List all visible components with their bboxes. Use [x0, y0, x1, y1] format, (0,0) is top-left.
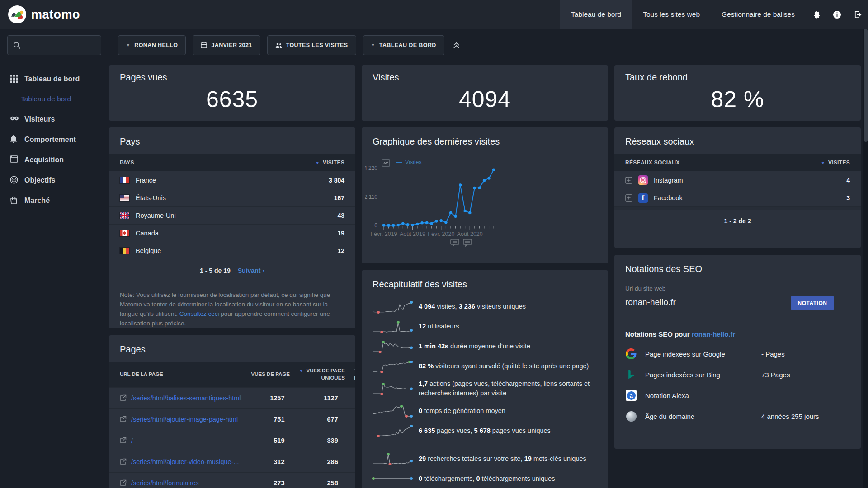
top-nav-tab[interactable]: Tableau de bord	[560, 0, 632, 29]
recap-text: 12 utilisateurs	[419, 322, 459, 331]
country-row[interactable]: Royaume-Uni43	[109, 206, 355, 224]
countries-column-label: PAYS	[120, 160, 134, 166]
page-row: /51933948 %	[109, 430, 355, 451]
sidebar-item-comportement[interactable]: Comportement	[0, 129, 108, 150]
country-visits: 19	[337, 230, 344, 237]
pages-column-views[interactable]: VUES DE PAGE	[250, 371, 290, 378]
sparkline-chart[interactable]	[372, 471, 413, 486]
sparkline-chart[interactable]	[372, 319, 413, 334]
page-url-link[interactable]: /series/html/ajouter-video-musique-...	[131, 458, 239, 465]
country-name: États-Unis	[136, 194, 166, 202]
seo-subtitle-link[interactable]: ronan-hello.fr	[692, 330, 736, 338]
flag-be-icon	[120, 248, 129, 254]
kpi-card-visites: Visites 4094	[362, 65, 608, 121]
annotation-add-bubble-icon[interactable]	[463, 239, 472, 247]
page-url-link[interactable]: /series/html/formulaires	[131, 479, 199, 487]
behaviour-icon	[10, 135, 19, 144]
sparkline-chart[interactable]	[372, 423, 413, 438]
pagination-next-link[interactable]: Suivant ›	[238, 267, 264, 274]
sidebar-item-march-[interactable]: Marché	[0, 190, 108, 211]
vertical-scrollbar[interactable]	[863, 0, 868, 488]
page-url-link[interactable]: /	[131, 437, 133, 444]
page-views: 1257	[246, 394, 284, 402]
notation-button[interactable]: NOTATION	[791, 296, 834, 310]
sidebar-item-tableau-de-bord[interactable]: Tableau de bord	[0, 69, 108, 89]
country-row[interactable]: Canada19	[109, 224, 355, 242]
social-row[interactable]: Instagram4	[614, 171, 861, 189]
sidebar-item-acquisition[interactable]: Acquisition	[0, 150, 108, 170]
pages-table-body: /series/html/balises-semantiques-html125…	[109, 387, 355, 488]
pages-column-bounce[interactable]: TAUX DE REBOND	[345, 367, 355, 381]
settings-button[interactable]	[806, 0, 826, 29]
country-row[interactable]: France3 804	[109, 171, 355, 189]
sidebar-item-label: Comportement	[24, 136, 76, 144]
dashboard-selector-label: TABLEAU DE BORD	[379, 42, 436, 48]
visitors-icon	[10, 115, 19, 123]
sidebar-item-objectifs[interactable]: Objectifs	[0, 170, 108, 190]
collapse-toolbar-button[interactable]	[453, 42, 460, 49]
site-selector[interactable]: ▼ RONAN HELLO	[118, 35, 186, 55]
external-link-icon[interactable]	[120, 416, 127, 422]
dashboard-selector[interactable]: ▼ TABLEAU DE BORD	[363, 35, 444, 55]
social-visits: 4	[846, 177, 850, 184]
dashboard-toolbar: ▼ RONAN HELLO JANVIER 2021 TOUTES LES VI…	[7, 35, 460, 55]
social-row[interactable]: fFacebook3	[614, 189, 861, 206]
seo-rows: Page indexées sur Google- PagesPages ind…	[614, 343, 861, 427]
sidebar-item-tableau-de-bord[interactable]: Tableau de bord	[0, 89, 108, 109]
logout-button[interactable]	[847, 0, 868, 29]
external-link-icon[interactable]	[120, 437, 127, 444]
expand-row-icon[interactable]	[625, 177, 632, 184]
search-input[interactable]	[7, 35, 101, 55]
external-link-icon[interactable]	[120, 479, 127, 486]
country-visits: 12	[337, 247, 344, 254]
page-url-link[interactable]: /series/html/ajouter-image-page-html	[131, 416, 238, 423]
sidebar-item-visiteurs[interactable]: Visiteurs	[0, 109, 108, 129]
sparkline-chart[interactable]	[372, 339, 413, 354]
segment-selector[interactable]: TOUTES LES VISITES	[267, 35, 356, 55]
expand-row-icon[interactable]	[625, 194, 632, 202]
annotation-bubble-icon[interactable]	[450, 239, 459, 247]
countries-metric-sort[interactable]: ▼VISITES	[316, 160, 344, 166]
recap-text: 0 temps de génération moyen	[419, 406, 505, 416]
website-url-input[interactable]: ronan-hello.fr	[625, 295, 781, 314]
social-network-name: Facebook	[654, 194, 683, 202]
info-icon	[833, 10, 841, 19]
social-metric-sort[interactable]: ▼VISITES	[821, 160, 850, 166]
pages-card: Pages URL DE LA PAGE VUES DE PAGE ▼VUES …	[109, 335, 355, 488]
country-row[interactable]: États-Unis167	[109, 189, 355, 206]
sparkline-chart[interactable]	[372, 381, 413, 396]
top-nav-tab[interactable]: Gestionnaire de balises	[711, 0, 806, 29]
period-selector[interactable]: JANVIER 2021	[193, 35, 260, 55]
info-button[interactable]	[826, 0, 847, 29]
external-link-icon[interactable]	[120, 458, 127, 465]
pages-table-header: URL DE LA PAGE VUES DE PAGE ▼VUES DE PAG…	[109, 362, 355, 387]
visits-overview-card: Récapitulatif des visites 4 094 visites,…	[362, 270, 608, 488]
country-name: Royaume-Uni	[136, 212, 176, 219]
pages-table: URL DE LA PAGE VUES DE PAGE ▼VUES DE PAG…	[109, 362, 355, 488]
countries-card-title: Pays	[109, 127, 355, 154]
pages-card-title: Pages	[109, 335, 355, 362]
country-row[interactable]: Belgique12	[109, 242, 355, 259]
recap-row: 82 % visiteurs ayant survolé (quitté le …	[362, 357, 608, 376]
matomo-brand[interactable]: matomo	[0, 0, 80, 29]
sparkline-chart[interactable]	[372, 404, 413, 418]
sparkline-chart[interactable]	[372, 451, 413, 466]
page-views: 273	[246, 479, 284, 487]
sort-desc-icon: ▼	[316, 161, 320, 165]
top-nav-tab[interactable]: Tous les sites web	[632, 0, 711, 29]
pages-column-unique-views[interactable]: ▼VUES DE PAGE UNIQUES	[290, 367, 345, 381]
page-row: /series/html/ajouter-image-page-html7516…	[109, 408, 355, 430]
pages-column-url[interactable]: URL DE LA PAGE	[109, 371, 250, 378]
note-link[interactable]: Consultez ceci	[179, 310, 219, 317]
external-link-icon[interactable]	[120, 394, 127, 401]
pagination-range: 1 - 5 de 19	[200, 267, 231, 274]
kpi-title: Pages vues	[120, 72, 344, 83]
scrollbar-thumb[interactable]	[864, 29, 868, 142]
page-row: /series/html/formulaires27325894 %	[109, 472, 355, 488]
page-url-link[interactable]: /series/html/balises-semantiques-html	[131, 394, 241, 402]
segment-users-icon	[275, 42, 282, 48]
seo-url-label: Url du site web	[625, 285, 850, 292]
sparkline-chart[interactable]	[372, 300, 413, 314]
seo-input-row: ronan-hello.fr NOTATION	[625, 295, 850, 314]
sparkline-chart[interactable]	[372, 359, 413, 374]
